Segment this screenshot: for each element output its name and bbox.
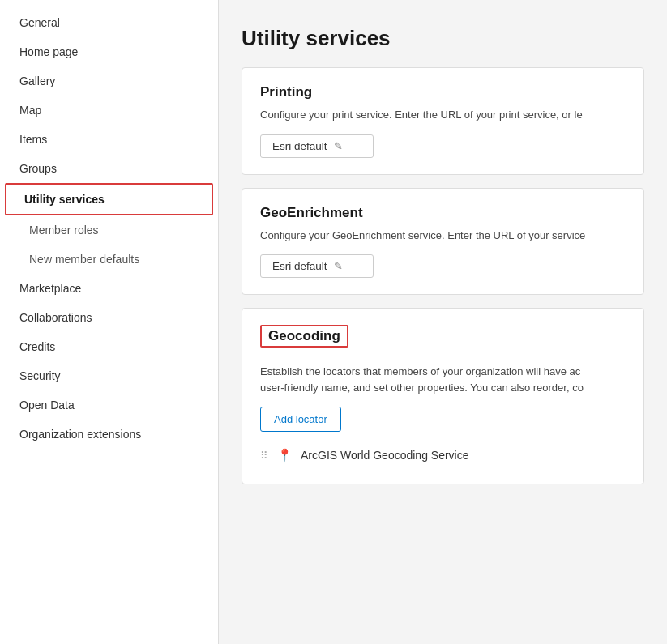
sidebar-item-label: Home page xyxy=(19,45,78,58)
sidebar-item-organization-extensions[interactable]: Organization extensions xyxy=(0,420,218,449)
sidebar-item-label: Marketplace xyxy=(19,282,81,295)
locator-name: ArcGIS World Geocoding Service xyxy=(301,449,469,462)
location-icon: 📍 xyxy=(277,448,293,463)
printing-default-label: Esri default xyxy=(272,140,327,152)
geoenrichment-card: GeoEnrichment Configure your GeoEnrichme… xyxy=(242,188,644,296)
sidebar-item-utility-services[interactable]: Utility services xyxy=(5,183,213,215)
printing-default-box: Esri default ✎ xyxy=(260,134,374,158)
geocoding-card-desc: Establish the locators that members of y… xyxy=(260,364,626,395)
geoenrichment-edit-icon[interactable]: ✎ xyxy=(334,260,343,272)
sidebar-item-gallery[interactable]: Gallery xyxy=(0,66,218,96)
geocoding-card-title: Geocoding xyxy=(260,325,348,348)
sidebar-item-general[interactable]: General xyxy=(0,8,218,37)
geocoding-card: Geocoding Establish the locators that me… xyxy=(242,308,644,484)
sidebar-item-label: Security xyxy=(19,369,61,382)
printing-card: Printing Configure your print service. E… xyxy=(242,67,644,175)
geoenrichment-default-row: Esri default ✎ xyxy=(260,254,626,278)
geoenrichment-card-desc: Configure your GeoEnrichment service. En… xyxy=(260,228,626,244)
printing-card-title: Printing xyxy=(260,84,626,100)
sidebar-item-items[interactable]: Items xyxy=(0,125,218,154)
printing-edit-icon[interactable]: ✎ xyxy=(334,140,343,152)
sidebar-item-label: Utility services xyxy=(24,193,105,206)
sidebar-item-credits[interactable]: Credits xyxy=(0,332,218,361)
sidebar-item-open-data[interactable]: Open Data xyxy=(0,390,218,420)
sidebar-item-label: Organization extensions xyxy=(19,428,141,441)
geoenrichment-default-box: Esri default ✎ xyxy=(260,254,374,278)
sidebar-item-marketplace[interactable]: Marketplace xyxy=(0,274,218,303)
page-title: Utility services xyxy=(242,26,644,51)
sidebar-item-label: Items xyxy=(19,133,47,146)
sidebar-item-label: General xyxy=(19,16,60,29)
printing-card-desc: Configure your print service. Enter the … xyxy=(260,107,626,123)
sidebar-item-label: Gallery xyxy=(19,75,55,87)
add-locator-button[interactable]: Add locator xyxy=(260,407,341,432)
sidebar-item-label: Groups xyxy=(19,162,57,175)
printing-default-row: Esri default ✎ xyxy=(260,134,626,158)
sidebar-item-groups[interactable]: Groups xyxy=(0,154,218,183)
sidebar-item-label: New member defaults xyxy=(29,253,139,266)
sidebar-item-label: Open Data xyxy=(19,399,75,412)
sidebar-item-map[interactable]: Map xyxy=(0,96,218,125)
sidebar-item-collaborations[interactable]: Collaborations xyxy=(0,303,218,332)
sidebar-item-label: Credits xyxy=(19,340,55,353)
locator-row: ⠿ 📍 ArcGIS World Geocoding Service xyxy=(260,443,626,467)
geoenrichment-card-title: GeoEnrichment xyxy=(260,205,626,221)
drag-handle-icon: ⠿ xyxy=(260,450,269,462)
sidebar: GeneralHome pageGalleryMapItemsGroupsUti… xyxy=(0,0,219,644)
sidebar-item-member-roles[interactable]: Member roles xyxy=(0,215,218,245)
sidebar-item-new-member-defaults[interactable]: New member defaults xyxy=(0,245,218,274)
main-content: Utility services Printing Configure your… xyxy=(219,0,667,644)
sidebar-item-label: Collaborations xyxy=(19,311,92,324)
sidebar-item-home-page[interactable]: Home page xyxy=(0,37,218,66)
sidebar-item-label: Member roles xyxy=(29,224,99,237)
sidebar-item-security[interactable]: Security xyxy=(0,361,218,390)
geoenrichment-default-label: Esri default xyxy=(272,260,327,272)
sidebar-item-label: Map xyxy=(19,104,41,117)
